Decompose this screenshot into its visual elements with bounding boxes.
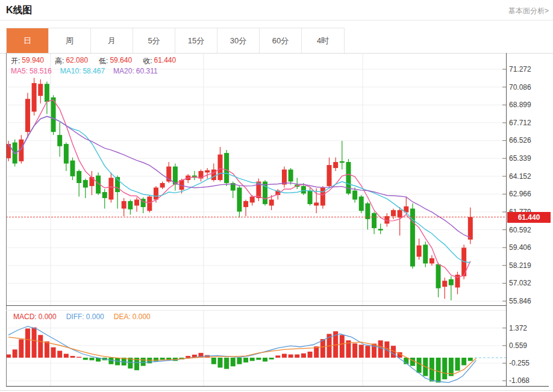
low-legend: 低:59.640: [99, 56, 132, 66]
candle-body: [423, 244, 428, 263]
candle-body: [64, 144, 69, 163]
candle-body: [205, 170, 210, 173]
macd-bar: [365, 346, 370, 358]
macd-bar: [51, 347, 56, 358]
candle-body: [160, 183, 165, 187]
candle-body: [147, 196, 152, 211]
macd-bar: [295, 355, 299, 358]
candle-body: [436, 264, 441, 288]
candle-body: [38, 84, 43, 96]
macd-bar: [340, 335, 345, 358]
macd-bar: [417, 358, 422, 373]
candle-body: [250, 196, 255, 202]
candle-body: [333, 162, 338, 168]
macd-bar: [461, 358, 466, 366]
candle-body: [430, 258, 434, 264]
candle-body: [308, 190, 313, 204]
ma5-legend: MA5:58.516: [11, 67, 52, 75]
candle-body: [289, 170, 293, 182]
candle-body: [301, 186, 306, 193]
dea-legend: DEA:0.000: [114, 313, 151, 321]
macd-bar: [38, 335, 43, 358]
fundamental-analysis-link[interactable]: 基本面分析>: [508, 6, 549, 16]
candle-body: [449, 279, 454, 285]
macd-bar: [442, 358, 447, 379]
macd-bar: [83, 358, 88, 360]
close-legend: 收:61.440: [143, 56, 176, 66]
candle-body: [122, 201, 127, 208]
current-price-badge: 61.440: [507, 212, 551, 223]
candle-body: [359, 196, 364, 211]
candle-body: [269, 199, 274, 205]
macd-bar: [301, 353, 306, 358]
macd-bar: [256, 358, 261, 360]
macd-bar: [57, 351, 62, 358]
candle-body: [340, 161, 345, 163]
tab-月[interactable]: 月: [91, 28, 133, 53]
page-title: K线图: [6, 4, 33, 17]
macd-bar: [25, 329, 30, 358]
candle-body: [45, 84, 49, 102]
macd-bar: [237, 358, 242, 364]
macd-bar: [352, 343, 357, 358]
axis-label: 64.152: [509, 172, 531, 181]
axis-label: 62.966: [509, 190, 531, 198]
macd-bar: [141, 358, 146, 366]
macd-bar: [250, 358, 255, 361]
candle-body: [25, 99, 30, 132]
macd-bar: [289, 355, 293, 358]
macd-bar: [275, 355, 280, 358]
candle-body: [417, 246, 422, 257]
macd-bar: [77, 357, 81, 358]
tab-日[interactable]: 日: [7, 28, 49, 53]
macd-legend: MACD:0.000: [13, 313, 57, 321]
axis-label: 66.526: [509, 136, 531, 145]
candle-body: [442, 281, 447, 287]
ma10-legend: MA10:58.467: [60, 67, 105, 75]
macd-bar: [154, 358, 158, 361]
tab-5分[interactable]: 5分: [133, 28, 175, 53]
header-divider: [0, 20, 553, 20]
axis-label: 68.899: [509, 101, 531, 109]
axis-label: 70.086: [509, 83, 531, 92]
candle-body: [13, 143, 17, 164]
tab-15分[interactable]: 15分: [175, 28, 217, 53]
macd-bar: [468, 358, 473, 361]
candle-body: [77, 171, 81, 183]
macd-bar: [217, 358, 222, 368]
macd-bar: [269, 358, 274, 359]
macd-bar: [455, 358, 460, 371]
candle-body: [372, 213, 376, 228]
candle-body: [83, 180, 88, 187]
candle-body: [327, 165, 332, 186]
high-legend: 高:62.080: [55, 56, 88, 66]
candle-body: [314, 202, 319, 205]
macd-bar: [263, 358, 267, 361]
candle-body: [243, 201, 248, 207]
macd-legend: MACD:0.000DIFF:0.000DEA:0.000: [13, 313, 151, 321]
ma20-legend: MA20:60.311: [113, 67, 158, 75]
ma-legend: MA5:58.516MA10:58.467MA20:60.311: [11, 67, 158, 75]
candle-body: [57, 135, 62, 146]
tab-60分[interactable]: 60分: [260, 28, 302, 53]
axis-label: 57.032: [509, 279, 531, 287]
tab-4时[interactable]: 4时: [302, 28, 344, 53]
candle-body: [237, 187, 242, 211]
axis-label: -0.255: [509, 359, 530, 367]
candle-body: [282, 170, 287, 185]
axis-label: 71.272: [509, 65, 531, 73]
chart-canvas: 71.27270.08668.89967.71266.52665.33964.1…: [0, 53, 553, 392]
macd-bar: [70, 356, 75, 358]
tab-周[interactable]: 周: [49, 28, 91, 53]
open-legend: 开:59.940: [11, 56, 44, 66]
axis-label: 1.372: [509, 324, 527, 332]
candle-body: [128, 201, 133, 210]
macd-bar: [89, 358, 94, 360]
candle-body: [224, 153, 229, 183]
axis-label: 0.559: [509, 341, 527, 350]
kline-widget: K线图 基本面分析> 日周月5分15分30分60分4时 开:59.940高:62…: [0, 0, 553, 392]
tab-30分[interactable]: 30分: [217, 28, 260, 53]
macd-bar: [19, 339, 23, 358]
macd-bar: [224, 358, 229, 369]
macd-bar: [231, 358, 236, 366]
